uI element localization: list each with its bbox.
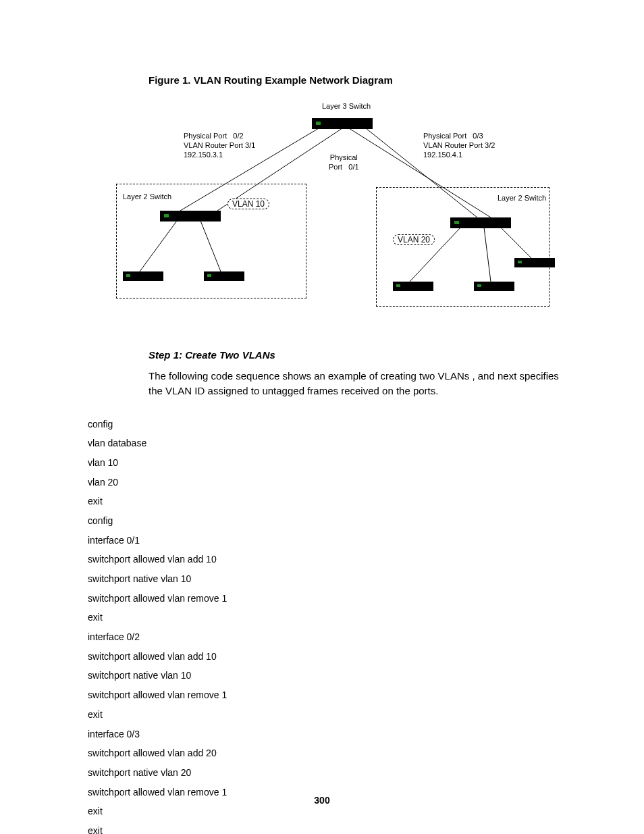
step-title: Step 1: Create Two VLANs <box>149 349 583 361</box>
vlan20-label: VLAN 20 <box>393 234 435 245</box>
code-line: exit <box>88 705 583 725</box>
l2-left-label: Layer 2 Switch <box>123 192 171 202</box>
code-line: exit <box>88 821 583 834</box>
l3-switch-icon <box>312 118 373 129</box>
l2-right-switch-icon <box>450 217 511 228</box>
code-line: interface 0/1 <box>88 531 583 550</box>
l2-right-label: Layer 2 Switch <box>498 194 546 203</box>
code-line: vlan database <box>88 434 583 453</box>
code-line: exit <box>88 608 583 627</box>
port-left-label: Physical Port 0/2VLAN Router Port 3/1192… <box>184 132 255 159</box>
code-line: exit <box>88 492 583 511</box>
code-line: switchport native vlan 10 <box>88 569 583 589</box>
code-line: switchport allowed vlan add 20 <box>88 744 583 763</box>
l2-left-switch-icon <box>160 211 221 221</box>
code-line: config <box>88 511 583 531</box>
host-icon <box>393 282 433 291</box>
port-right-label: Physical Port 0/3VLAN Router Port 3/2192… <box>423 132 495 159</box>
code-line: switchport native vlan 20 <box>88 763 583 783</box>
code-line: config <box>88 415 583 434</box>
code-line: interface 0/3 <box>88 725 583 744</box>
code-line: switchport native vlan 10 <box>88 666 583 685</box>
vlan10-label: VLAN 10 <box>227 199 269 209</box>
code-block: configvlan databasevlan 10vlan 20exitcon… <box>88 415 583 835</box>
port-mid-label: PhysicalPort 0/1 <box>329 153 359 172</box>
code-line: interface 0/2 <box>88 627 583 647</box>
page-number: 300 <box>0 795 644 806</box>
code-line: switchport allowed vlan remove 1 <box>88 685 583 705</box>
code-line: vlan 20 <box>88 473 583 492</box>
code-line: vlan 10 <box>88 453 583 473</box>
l3-switch-label: Layer 3 Switch <box>322 102 371 111</box>
host-icon <box>514 258 555 267</box>
figure-title: Figure 1. VLAN Routing Example Network D… <box>149 74 583 86</box>
code-line: switchport allowed vlan remove 1 <box>88 589 583 608</box>
host-icon <box>204 271 244 281</box>
code-line: switchport allowed vlan add 10 <box>88 647 583 667</box>
network-diagram: Layer 3 Switch Physical Port 0/2VLAN Rou… <box>126 106 545 322</box>
code-line: switchport allowed vlan add 10 <box>88 550 583 569</box>
step-description: The following code sequence shows an exa… <box>149 369 570 398</box>
host-icon <box>123 271 163 281</box>
host-icon <box>474 282 514 291</box>
